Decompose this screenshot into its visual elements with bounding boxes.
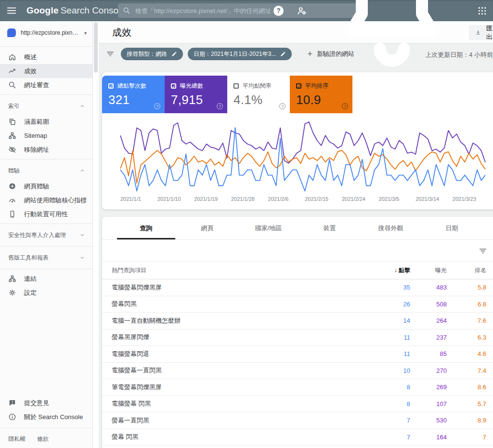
sidebar-item-about[interactable]: 關於 Search Console xyxy=(0,410,92,424)
bell-icon xyxy=(320,75,464,83)
property-selector[interactable]: http://ezpcstore.pixnet.net/ ▾ xyxy=(0,21,92,44)
table-row[interactable]: 螢幕一直閃黑75308.9 xyxy=(102,412,493,429)
trending-icon xyxy=(8,67,16,75)
sidebar-item-removals[interactable]: 移除網址 xyxy=(0,143,92,157)
sidebar-item-settings[interactable]: 設定 xyxy=(0,286,92,300)
metric-label: 曝光總數 xyxy=(180,82,203,90)
position-cell: 8.9 xyxy=(447,417,486,424)
privacy-link[interactable]: 隱私權 xyxy=(8,435,26,443)
metric-card-impressions[interactable]: ✓曝光總數7,915? xyxy=(165,76,227,113)
user-settings-icon[interactable] xyxy=(297,6,307,16)
column-header-clicks[interactable]: ↓點擊 xyxy=(362,266,410,275)
x-axis-tick-label: 2021/1/19 xyxy=(194,196,218,202)
table-row[interactable]: 螢幕 閃黑71647 xyxy=(102,429,493,446)
position-cell: 5.7 xyxy=(447,400,486,408)
performance-chart-panel: ✓總點擊次數321?✓曝光總數7,915?平均點閱率4.1%?✓平均排序10.9… xyxy=(102,72,493,210)
section-label: 體驗 xyxy=(8,167,20,175)
search-type-chip-label: 搜尋類型：網路 xyxy=(127,50,167,58)
column-header-impressions[interactable]: 曝光 xyxy=(410,266,447,275)
tab-search-appearance[interactable]: 搜尋外觀 xyxy=(360,217,421,239)
query-cell: 電腦螢幕閃退 xyxy=(102,350,362,358)
clicks-cell: 14 xyxy=(362,317,410,324)
sidebar-item-links[interactable]: 連結 xyxy=(0,272,92,286)
column-header-query[interactable]: 熱門查詢項目 xyxy=(102,266,362,275)
table-row[interactable]: 螢幕黑屏閃爍112376.3 xyxy=(102,329,493,346)
sidebar-item-coverage[interactable]: 涵蓋範圍 xyxy=(0,115,92,129)
table-row[interactable]: 電腦螢幕閃退11854.6 xyxy=(102,346,493,363)
section-label: 索引 xyxy=(8,102,20,110)
sidebar-item-label: 移除網址 xyxy=(24,145,49,154)
performance-line-chart[interactable] xyxy=(120,120,485,192)
metric-card-ctr[interactable]: 平均點閱率4.1%? xyxy=(227,76,290,113)
position-cell: 6.8 xyxy=(447,301,486,308)
menu-icon[interactable] xyxy=(6,5,17,16)
column-header-position[interactable]: 排名 xyxy=(447,266,486,275)
plus-circle-icon xyxy=(8,182,16,190)
apps-grid-icon[interactable] xyxy=(477,6,487,16)
sidebar-item-sitemaps[interactable]: Sitemap xyxy=(0,129,92,143)
sidebar-item-label: 連結 xyxy=(24,275,37,283)
divider xyxy=(0,269,92,269)
search-type-filter-chip[interactable]: 搜尋類型：網路 xyxy=(121,48,183,60)
tab-devices[interactable]: 裝置 xyxy=(299,217,360,239)
sidebar-item-label: 網站使用體驗核心指標 xyxy=(24,196,87,205)
sidebar-scrollbar[interactable] xyxy=(93,21,99,448)
property-url: http://ezpcstore.pixnet.net/ xyxy=(21,29,79,36)
sidebar-item-overview[interactable]: 概述 xyxy=(0,50,92,64)
sidebar-item-url-inspection[interactable]: 網址審查 xyxy=(0,78,92,92)
sidebar-item-page-experience[interactable]: 網頁體驗 xyxy=(0,179,92,193)
date-filter-chip[interactable]: 日期：2021年1月1日-2021年3... xyxy=(188,48,292,60)
x-axis-tick-label: 2021/2/6 xyxy=(268,196,289,202)
filter-list-icon[interactable] xyxy=(106,50,115,58)
unchecked-checkbox-icon[interactable] xyxy=(234,83,239,89)
position-cell: 4.6 xyxy=(447,350,486,357)
terms-link[interactable]: 條款 xyxy=(37,435,49,443)
sidebar-item-mobile-usability[interactable]: 行動裝置可用性 xyxy=(0,207,92,221)
impressions-cell: 85 xyxy=(410,350,447,357)
sidebar-item-performance[interactable]: 成效 xyxy=(0,64,92,78)
table-header-row: 熱門查詢項目 ↓點擊 曝光 排名 xyxy=(102,262,493,279)
position-cell: 7.4 xyxy=(447,367,486,374)
table-body: 電腦螢幕閃爍黑屏354835.8螢幕閃黑265086.8電腦一直自動關機怎麼辦1… xyxy=(102,279,493,446)
scrollbar-thumb[interactable] xyxy=(94,22,98,73)
sidebar-item-feedback[interactable]: 提交意見 xyxy=(0,396,92,410)
sidebar-section-legacy-tools[interactable]: 舊版工具和報表 xyxy=(0,249,92,266)
checked-checkbox-icon[interactable]: ✓ xyxy=(171,83,176,89)
x-axis-tick-label: 2021/1/1 xyxy=(120,196,141,202)
sidebar-section-index[interactable]: 索引 xyxy=(0,97,92,115)
tab-pages[interactable]: 網頁 xyxy=(177,217,238,239)
table-filter-icon[interactable] xyxy=(479,247,487,255)
metric-label: 平均點閱率 xyxy=(243,82,272,90)
clicks-cell: 7 xyxy=(362,417,410,424)
sidebar-section-security[interactable]: 安全性與專人介入處理 xyxy=(0,226,92,244)
legal-links: 隱私權 條款 xyxy=(0,428,92,448)
help-icon[interactable]: ? xyxy=(273,6,284,16)
sidebar-item-label: 概述 xyxy=(24,53,37,62)
impressions-cell: 107 xyxy=(410,400,447,408)
help-circle-icon[interactable]: ? xyxy=(217,103,223,109)
chevron-down-icon: ▾ xyxy=(84,30,87,36)
metric-card-clicks[interactable]: ✓總點擊次數321? xyxy=(102,76,165,113)
sidebar-section-experience[interactable]: 體驗 xyxy=(0,162,92,179)
tab-dates[interactable]: 日期 xyxy=(421,217,482,239)
table-row[interactable]: 筆電螢幕閃爍黑屏82698.6 xyxy=(102,379,493,396)
tab-countries[interactable]: 國家/地區 xyxy=(238,217,299,239)
table-row[interactable]: 螢幕閃黑265086.8 xyxy=(102,296,493,313)
checked-checkbox-icon[interactable]: ✓ xyxy=(108,83,114,89)
sidebar-item-core-web-vitals[interactable]: 網站使用體驗核心指標 xyxy=(0,193,92,207)
table-row[interactable]: 電腦螢幕一直閃黑102707.4 xyxy=(102,363,493,380)
tab-queries[interactable]: 查詢 xyxy=(116,217,177,239)
help-circle-icon[interactable]: ? xyxy=(279,103,285,109)
sidebar-item-label: 設定 xyxy=(24,289,37,297)
notifications-button[interactable]: 40 xyxy=(320,0,464,84)
clicks-cell: 8 xyxy=(362,383,410,391)
table-row[interactable]: 電腦螢幕閃爍黑屏354835.8 xyxy=(102,279,493,296)
export-button[interactable]: 匯出 xyxy=(469,25,493,40)
table-row[interactable]: 電腦一直自動關機怎麼辦142647.6 xyxy=(102,313,493,329)
checked-checkbox-icon[interactable]: ✓ xyxy=(296,83,301,89)
help-circle-icon[interactable]: ? xyxy=(342,103,348,109)
app-logo[interactable]: GoogleSearch Console xyxy=(26,5,126,16)
home-icon xyxy=(8,53,16,61)
help-circle-icon[interactable]: ? xyxy=(154,103,160,109)
table-row[interactable]: 電腦螢幕 閃黑81075.7 xyxy=(102,396,493,413)
